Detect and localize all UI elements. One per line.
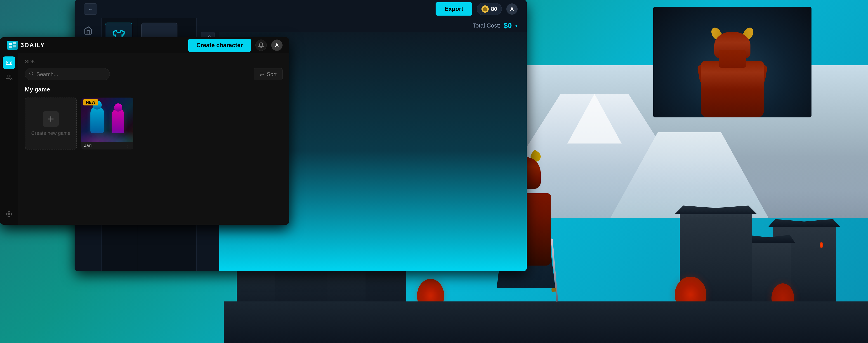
face-mask [719, 50, 746, 68]
total-cost-label: Total Cost: [473, 22, 500, 29]
samurai-bust-bg [653, 7, 811, 117]
sdk-settings-nav[interactable] [3, 208, 15, 220]
sdk-search-row: Sort [25, 68, 283, 80]
game-preview-jani[interactable]: New Jani ⋮ [81, 98, 133, 149]
plus-icon [43, 111, 59, 127]
svg-rect-12 [13, 45, 16, 47]
sdk-characters-nav[interactable] [3, 71, 15, 83]
neon-glow [81, 128, 133, 142]
sword-guard [551, 288, 556, 292]
games-grid: Create new game [25, 98, 283, 149]
plus-svg-icon [46, 114, 55, 124]
sdk-games-nav[interactable] [3, 57, 15, 69]
search-container [25, 68, 250, 80]
game-preview-background: New [81, 98, 133, 142]
create-character-button[interactable]: Create character [188, 39, 251, 52]
roof-7 [675, 205, 756, 214]
sort-button[interactable]: Sort [254, 68, 283, 80]
sort-icon [259, 72, 265, 77]
user-avatar[interactable]: A [506, 3, 518, 15]
export-button[interactable]: Export [436, 2, 472, 15]
svg-point-15 [10, 63, 11, 64]
create-new-game-label: Create new game [31, 130, 70, 136]
bell-icon [258, 42, 264, 48]
svg-rect-9 [9, 43, 12, 45]
sdk-label: SDK [25, 59, 283, 65]
game-card-bottom: Jani ⋮ [81, 142, 133, 150]
svg-rect-11 [9, 46, 12, 48]
back-arrow-icon: ← [88, 6, 93, 12]
new-badge: New [83, 99, 98, 105]
sdk-logo: 3DAILY [7, 41, 45, 50]
figure-head-2 [114, 103, 122, 111]
svg-point-16 [7, 75, 9, 77]
search-input[interactable] [25, 68, 110, 80]
sdk-header: 3DAILY Create character A [0, 37, 289, 53]
sidebar-home-btn[interactable] [80, 23, 96, 38]
svg-point-14 [10, 62, 11, 63]
helmet-base [710, 32, 755, 72]
editor-header-right: Export ⬤ 80 A [436, 2, 518, 15]
total-cost-bar: Total Cost: $0 ▾ [473, 18, 518, 33]
settings-icon [6, 211, 12, 217]
sdk-header-right: Create character A [188, 39, 283, 52]
mountain-snow-3 [549, 94, 640, 144]
cost-dropdown-icon[interactable]: ▾ [515, 23, 518, 29]
coin-badge: ⬤ 80 [477, 3, 502, 15]
sort-label: Sort [267, 71, 277, 77]
home-icon [84, 26, 93, 35]
samurai-bust-overlay [653, 7, 811, 117]
create-new-game-card[interactable]: Create new game [25, 98, 77, 149]
sdk-sidebar [0, 53, 18, 225]
logo-icon [7, 41, 18, 50]
users-icon [6, 74, 12, 81]
sdk-window: 3DAILY Create character A [0, 37, 289, 225]
game-controller-icon [6, 59, 12, 66]
sdk-user-avatar[interactable]: A [271, 39, 283, 51]
notification-button[interactable] [255, 39, 267, 51]
total-cost-value: $0 [504, 22, 512, 30]
sdk-content: SDK Sort [18, 53, 289, 225]
roof-5 [768, 219, 840, 227]
back-button[interactable]: ← [84, 3, 97, 15]
coin-icon: ⬤ [482, 5, 489, 13]
my-game-section-title: My game [25, 86, 283, 93]
svg-rect-10 [13, 42, 16, 44]
svg-point-17 [8, 213, 10, 215]
game-more-button[interactable]: ⋮ [125, 142, 131, 149]
game-title: Jani [84, 143, 92, 148]
logo-svg [9, 42, 16, 48]
coin-count: 80 [491, 6, 497, 12]
lantern-2 [819, 242, 823, 248]
editor-header: ← Export ⬤ 80 A [74, 0, 527, 18]
logo-text: 3DAILY [20, 41, 45, 49]
